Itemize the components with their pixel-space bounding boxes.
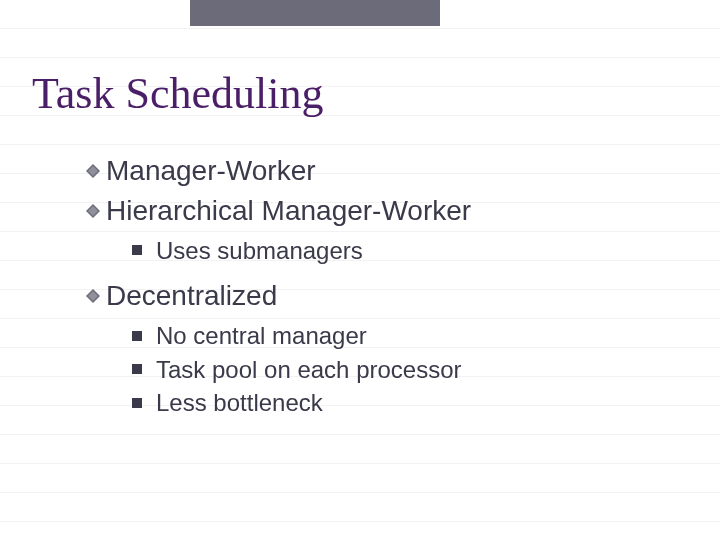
square-icon	[132, 331, 142, 341]
square-icon	[132, 245, 142, 255]
diamond-icon	[86, 164, 100, 178]
sub-bullet-group: No central manager Task pool on each pro…	[132, 319, 471, 420]
sub-bullet-label: Task pool on each processor	[156, 353, 462, 387]
sub-bullet-item: Uses submanagers	[132, 234, 471, 268]
slide-title: Task Scheduling	[32, 68, 323, 119]
sub-bullet-label: No central manager	[156, 319, 367, 353]
bullet-label: Manager-Worker	[106, 152, 316, 190]
sub-bullet-item: Less bottleneck	[132, 386, 471, 420]
slide: Task Scheduling Manager-Worker Hierarchi…	[0, 0, 720, 540]
sub-bullet-group: Uses submanagers	[132, 234, 471, 268]
bullet-label: Decentralized	[106, 277, 277, 315]
header-block	[190, 0, 440, 26]
sub-bullet-label: Less bottleneck	[156, 386, 323, 420]
slide-body: Manager-Worker Hierarchical Manager-Work…	[86, 152, 471, 430]
diamond-icon	[86, 289, 100, 303]
bullet-item: Hierarchical Manager-Worker	[86, 192, 471, 230]
bullet-item: Decentralized	[86, 277, 471, 315]
bullet-label: Hierarchical Manager-Worker	[106, 192, 471, 230]
diamond-icon	[86, 204, 100, 218]
square-icon	[132, 364, 142, 374]
sub-bullet-item: Task pool on each processor	[132, 353, 471, 387]
square-icon	[132, 398, 142, 408]
sub-bullet-label: Uses submanagers	[156, 234, 363, 268]
sub-bullet-item: No central manager	[132, 319, 471, 353]
bullet-item: Manager-Worker	[86, 152, 471, 190]
